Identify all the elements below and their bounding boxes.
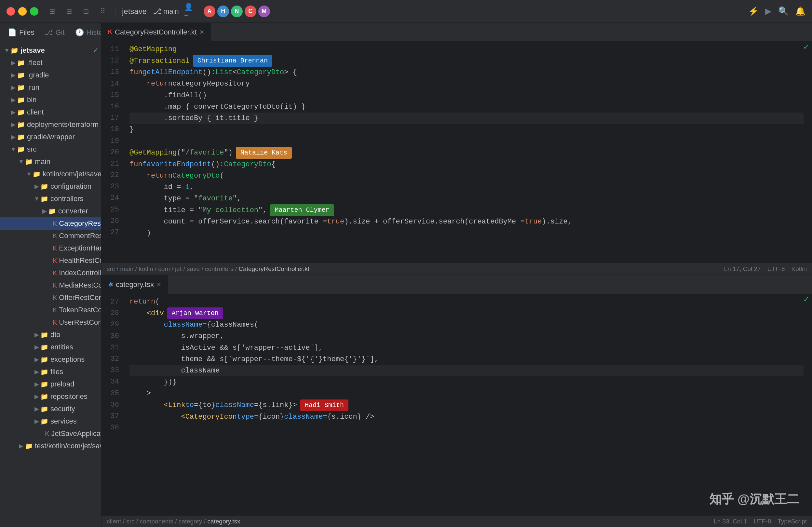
chevron-right-icon: ▶ (10, 133, 17, 141)
folder-icon: 📁 (17, 145, 25, 153)
tree-security[interactable]: ▶ 📁 security (0, 403, 101, 415)
kt-icon: K (53, 306, 57, 314)
tree-services[interactable]: ▶ 📁 services (0, 415, 101, 427)
tree-repositories[interactable]: ▶ 📁 repositories (0, 390, 101, 403)
code-line-15: .findAll() (130, 90, 803, 101)
layout-icon[interactable]: ⊡ (80, 5, 92, 17)
tab-history[interactable]: 🕐 History (71, 26, 102, 39)
editor-tab-tsx-label: category.tsx (116, 280, 154, 289)
folder-icon: 📁 (48, 207, 56, 215)
editor-content-1: 1112131415 1617181920 2122232425 2627 @G… (102, 42, 812, 263)
add-user-icon[interactable]: 👤+ (184, 5, 196, 17)
tree-main[interactable]: ▼ 📁 main (0, 156, 101, 168)
editor-tab-category-tsx[interactable]: ⚛ category.tsx ✕ (102, 275, 168, 294)
tree-gradle-wrapper[interactable]: ▶ 📁 gradle/wrapper (0, 131, 101, 143)
offer-controller-label: OfferRestController.kt (59, 293, 101, 302)
avatar-m[interactable]: M (258, 5, 270, 17)
tree-files[interactable]: ▶ 📁 files (0, 366, 101, 378)
tree-offer-controller[interactable]: ▶ K OfferRestController.kt (0, 292, 101, 304)
code-line2-27: return ( (130, 296, 803, 307)
tree-src[interactable]: ▼ 📁 src (0, 143, 101, 156)
code-line2-28: <div Arjan Warton (130, 307, 803, 319)
tree-preload[interactable]: ▶ 📁 preload (0, 378, 101, 390)
close-tab-2-icon[interactable]: ✕ (157, 282, 161, 288)
code-line-21: fun favoriteEndpoint(): CategoryDto { (130, 159, 803, 170)
tree-media-controller[interactable]: ▶ K MediaRestController.kt (0, 279, 101, 292)
converter-label: converter (58, 207, 88, 215)
bin-label: bin (27, 96, 37, 104)
tree-user-controller[interactable]: ▶ K UserRestController.kt (0, 316, 101, 328)
sidebar: 📄 Files ⎇ Git 🕐 History ▼ 📁 jetsave ✓ (0, 23, 102, 527)
tree-gradle[interactable]: ▶ 📁 .gradle (0, 69, 101, 81)
close-button[interactable] (6, 7, 15, 16)
folder-icon: 📁 (17, 121, 25, 129)
sidebar-toggle-icon[interactable]: ⊞ (46, 5, 58, 17)
files-icon: 📄 (8, 28, 17, 37)
badge-arjan: Arjan Warton (167, 307, 223, 319)
tree-health-controller[interactable]: ▶ K HealthRestController.kt (0, 254, 101, 267)
tree-converter[interactable]: ▶ 📁 converter (0, 205, 101, 217)
tree-fleet[interactable]: ▶ 📁 .fleet (0, 57, 101, 69)
tree-exceptions[interactable]: ▶ 📁 exceptions (0, 353, 101, 366)
search-icon[interactable]: 🔍 (778, 6, 788, 16)
badge-christiana: Christiana Brennan (193, 55, 272, 67)
avatar-n[interactable]: N (231, 5, 243, 17)
avatar-a[interactable]: A (204, 5, 215, 17)
editor-pane-1: K CategoryRestController.kt ✕ 1112131415… (102, 23, 812, 275)
tree-index-controller[interactable]: ▶ K IndexController.kt (0, 267, 101, 279)
tab-history-label: History (87, 28, 102, 37)
tree-jetsave-app[interactable]: ▶ K JetSaveApplication.kt (0, 427, 101, 440)
ln-col-2: Ln 33, Col 1 (714, 518, 747, 525)
layout-toggle-icon[interactable]: ⊟ (63, 5, 75, 17)
branch-selector[interactable]: ⎇ main (153, 7, 179, 16)
category-controller-label: CategoryRestController.kt (59, 219, 101, 228)
tree-controllers[interactable]: ▼ 📁 controllers (0, 193, 101, 205)
close-tab-icon[interactable]: ✕ (200, 29, 204, 35)
tree-deployments[interactable]: ▶ 📁 deployments/terraform (0, 118, 101, 131)
tree-test[interactable]: ▶ 📁 test/kotlin/com/jet/save (0, 440, 101, 452)
tree-root[interactable]: ▼ 📁 jetsave ✓ (0, 44, 101, 57)
tab-git[interactable]: ⎇ Git (40, 26, 69, 39)
breadcrumb-2: client / src / components / category / c… (107, 518, 240, 525)
tree-bin[interactable]: ▶ 📁 bin (0, 94, 101, 106)
run-icon[interactable]: ▶ (765, 6, 772, 16)
tree-comment-controller[interactable]: ▶ K CommentRestController.kt (0, 230, 101, 242)
bell-icon[interactable]: 🔔 (795, 6, 806, 16)
tree-category-rest-controller[interactable]: ▶ K CategoryRestController.kt (0, 217, 101, 230)
minimize-button[interactable] (18, 7, 27, 16)
maximize-button[interactable] (30, 7, 39, 16)
tree-token-controller[interactable]: ▶ K TokenRestController.kt (0, 304, 101, 316)
editor-tabs-1: K CategoryRestController.kt ✕ (102, 23, 812, 42)
services-label: services (50, 417, 77, 425)
badge-natalie: Natalie Kats (236, 147, 292, 159)
titlebar: ⊞ ⊟ ⊡ ⠿ jetsave ⎇ main 👤+ A H N C M ⚡ ▶ … (0, 0, 812, 23)
chevron-right-icon: ▶ (33, 331, 40, 338)
editor-tab-category[interactable]: K CategoryRestController.kt ✕ (102, 23, 211, 41)
tree-dto[interactable]: ▶ 📁 dto (0, 328, 101, 341)
status-bar-2: client / src / components / category / c… (102, 515, 812, 527)
code-line2-30: s.wrapper, (130, 331, 803, 342)
tree-configuration[interactable]: ▶ 📁 configuration (0, 180, 101, 193)
tree-client[interactable]: ▶ 📁 client (0, 106, 101, 118)
folder-icon: 📁 (40, 418, 48, 425)
avatar-h[interactable]: H (217, 5, 229, 17)
grid-icon[interactable]: ⠿ (97, 5, 108, 17)
checkmark-1: ✓ (803, 42, 809, 263)
tab-files[interactable]: 📄 Files (3, 26, 39, 39)
badge-hadi: Hadi Smith (300, 399, 348, 411)
chevron-right-icon: ▶ (33, 356, 40, 363)
lightning-icon[interactable]: ⚡ (748, 6, 759, 16)
chevron-right-icon: ▶ (10, 109, 17, 116)
user-controller-label: UserRestController.kt (59, 318, 101, 327)
folder-icon: 📁 (17, 96, 25, 104)
tree-run[interactable]: ▶ 📁 .run (0, 81, 101, 94)
tree-entities[interactable]: ▶ 📁 entities (0, 341, 101, 353)
encoding-2: UTF-8 (753, 518, 771, 525)
check-icon: ✓ (93, 46, 99, 55)
folder-icon: 📁 (40, 405, 48, 413)
tree-exception-controller[interactable]: ▶ K ExceptionHandlerController (0, 242, 101, 254)
chevron-right-icon: ▶ (10, 96, 17, 103)
tree-kotlin[interactable]: ▼ 📁 kotlin/com/jet/save (0, 168, 101, 180)
avatar-c[interactable]: C (245, 5, 256, 17)
folder-icon: 📁 (40, 182, 48, 190)
